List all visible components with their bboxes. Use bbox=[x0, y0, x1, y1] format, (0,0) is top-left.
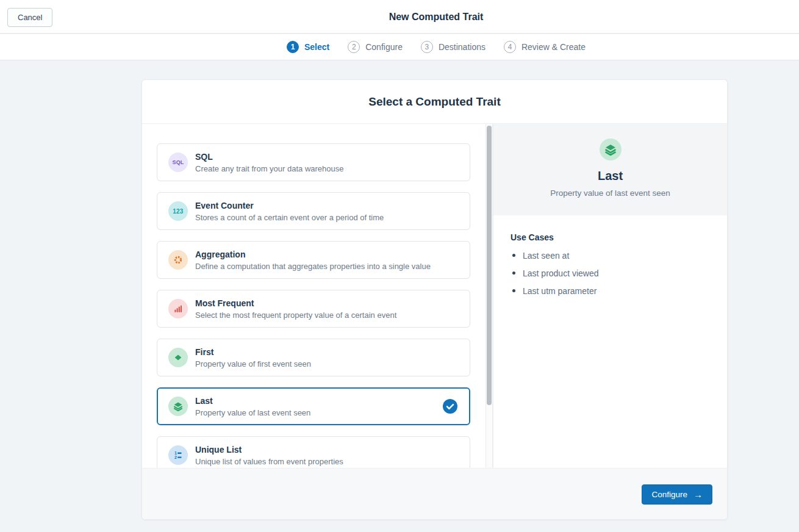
trait-list: SQLSQLCreate any trait from your data wa… bbox=[142, 124, 485, 468]
configure-button-label: Configure bbox=[651, 490, 687, 499]
top-header: Cancel New Computed Trait bbox=[0, 0, 799, 34]
sql-badge-icon: SQL bbox=[168, 153, 188, 172]
svg-text:2: 2 bbox=[174, 455, 177, 459]
trait-name: Aggregation bbox=[195, 250, 431, 259]
card-body: SQLSQLCreate any trait from your data wa… bbox=[142, 124, 727, 468]
step-label: Configure bbox=[365, 42, 403, 52]
gear-ring-icon bbox=[168, 250, 188, 270]
step-select[interactable]: 1Select bbox=[287, 41, 329, 53]
trait-description: Property value of last event seen bbox=[195, 408, 310, 417]
use-case-item: Last seen at bbox=[511, 251, 712, 261]
check-circle-icon bbox=[443, 399, 457, 414]
step-number-badge: 1 bbox=[287, 41, 299, 53]
card-footer: Configure → bbox=[142, 468, 727, 519]
trait-description: Unique list of values from event propert… bbox=[195, 457, 343, 466]
step-number-badge: 3 bbox=[421, 41, 433, 53]
counter-123-icon: 123 bbox=[168, 201, 188, 221]
step-number-badge: 4 bbox=[504, 41, 516, 53]
card-title: Select a Computed Trait bbox=[368, 95, 500, 109]
page-title: New Computed Trait bbox=[73, 0, 799, 34]
detail-body: Use Cases Last seen atLast product viewe… bbox=[493, 215, 727, 296]
diamond-icon bbox=[168, 348, 188, 367]
card-header: Select a Computed Trait bbox=[142, 80, 727, 124]
trait-text: Most FrequentSelect the most frequent pr… bbox=[195, 298, 396, 320]
trait-name: First bbox=[195, 347, 311, 357]
scrollbar-thumb[interactable] bbox=[487, 126, 492, 405]
trait-option-last[interactable]: LastProperty value of last event seen bbox=[157, 387, 470, 425]
trait-name: Last bbox=[195, 396, 310, 406]
step-label: Select bbox=[304, 42, 329, 52]
trait-text: SQLCreate any trait from your data wareh… bbox=[195, 152, 344, 173]
bar-chart-icon bbox=[168, 299, 188, 318]
layers-icon bbox=[600, 138, 622, 160]
step-destinations[interactable]: 3Destinations bbox=[421, 41, 485, 53]
trait-name: Most Frequent bbox=[195, 298, 396, 308]
step-review-create[interactable]: 4Review & Create bbox=[504, 41, 586, 53]
trait-option-event-counter[interactable]: 123Event CounterStores a count of a cert… bbox=[157, 192, 470, 230]
trait-text: LastProperty value of last event seen bbox=[195, 396, 310, 417]
stepper: 1Select2Configure3Destinations4Review & … bbox=[0, 34, 799, 60]
numbered-list-icon: 12 bbox=[168, 445, 188, 465]
use-case-item: Last product viewed bbox=[511, 268, 712, 278]
trait-description: Define a computation that aggregates pro… bbox=[195, 262, 431, 271]
detail-title: Last bbox=[493, 169, 727, 183]
select-trait-card: Select a Computed Trait SQLSQLCreate any… bbox=[142, 79, 728, 520]
trait-description: Select the most frequent property value … bbox=[195, 311, 396, 320]
trait-text: FirstProperty value of first event seen bbox=[195, 347, 311, 368]
step-label: Review & Create bbox=[521, 42, 586, 52]
trait-detail-panel: Last Property value of last event seen U… bbox=[493, 124, 727, 468]
cancel-button[interactable]: Cancel bbox=[7, 8, 52, 27]
configure-button[interactable]: Configure → bbox=[642, 484, 712, 505]
use-cases-list: Last seen atLast product viewedLast utm … bbox=[511, 251, 712, 296]
trait-option-unique-list[interactable]: 12Unique ListUnique list of values from … bbox=[157, 436, 470, 468]
trait-text: AggregationDefine a computation that agg… bbox=[195, 250, 431, 271]
step-configure[interactable]: 2Configure bbox=[348, 41, 403, 53]
trait-description: Property value of first event seen bbox=[195, 359, 311, 368]
step-number-badge: 2 bbox=[348, 41, 360, 53]
use-case-item: Last utm parameter bbox=[511, 286, 712, 296]
use-cases-heading: Use Cases bbox=[511, 232, 712, 242]
layers-icon bbox=[168, 397, 188, 416]
trait-name: Unique List bbox=[195, 445, 343, 455]
trait-name: Event Counter bbox=[195, 201, 384, 210]
trait-option-aggregation[interactable]: AggregationDefine a computation that agg… bbox=[157, 241, 470, 279]
trait-text: Event CounterStores a count of a certain… bbox=[195, 201, 384, 222]
step-label: Destinations bbox=[439, 42, 485, 52]
trait-option-most-frequent[interactable]: Most FrequentSelect the most frequent pr… bbox=[157, 290, 470, 328]
trait-description: Stores a count of a certain event over a… bbox=[195, 213, 384, 222]
detail-subtitle: Property value of last event seen bbox=[493, 189, 727, 198]
trait-list-scrollbar[interactable] bbox=[485, 124, 493, 468]
trait-description: Create any trait from your data warehous… bbox=[195, 164, 344, 173]
detail-header: Last Property value of last event seen bbox=[493, 124, 727, 215]
trait-option-first[interactable]: FirstProperty value of first event seen bbox=[157, 339, 470, 376]
trait-name: SQL bbox=[195, 152, 344, 162]
trait-text: Unique ListUnique list of values from ev… bbox=[195, 445, 343, 466]
trait-option-sql[interactable]: SQLSQLCreate any trait from your data wa… bbox=[157, 143, 470, 181]
arrow-right-icon: → bbox=[693, 490, 703, 499]
